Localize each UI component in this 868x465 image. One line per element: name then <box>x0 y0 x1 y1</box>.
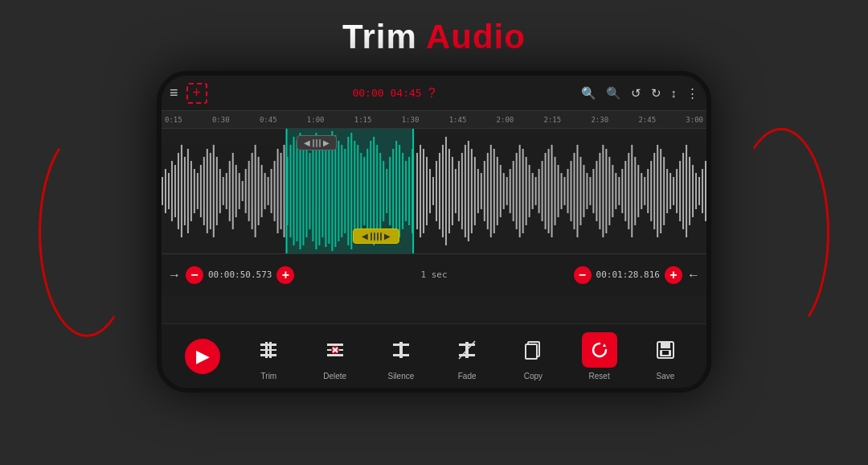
svg-rect-153 <box>647 169 649 213</box>
add-button[interactable]: + <box>186 83 207 104</box>
help-icon[interactable]: ? <box>428 86 436 101</box>
svg-rect-85 <box>429 169 431 213</box>
mark-8: 2:15 <box>544 116 562 124</box>
svg-rect-135 <box>589 177 591 205</box>
fade-label: Fade <box>458 372 477 381</box>
ruler-marks: 0:15 0:30 0:45 1:00 1:15 1:30 1:45 2:00 … <box>165 116 703 124</box>
svg-rect-94 <box>458 161 460 221</box>
svg-rect-111 <box>513 161 514 221</box>
svg-rect-169 <box>698 177 700 205</box>
svg-rect-3 <box>168 173 170 209</box>
waveform-canvas[interactable]: ◀ ▶ ◀ ▶ <box>162 129 706 253</box>
svg-rect-69 <box>376 145 378 237</box>
svg-rect-35 <box>271 169 272 213</box>
svg-rect-29 <box>252 153 253 229</box>
svg-rect-160 <box>669 173 671 209</box>
zoom-in-icon[interactable]: 🔍 <box>581 86 596 101</box>
svg-rect-91 <box>448 149 450 233</box>
plus-right-button[interactable]: + <box>665 266 682 284</box>
save-button[interactable]: Save <box>648 332 683 381</box>
svg-rect-8 <box>184 157 186 225</box>
svg-rect-150 <box>637 165 639 217</box>
undo-icon[interactable]: ↺ <box>631 86 641 101</box>
delete-button[interactable]: Delete <box>317 332 353 381</box>
menu-icon[interactable]: ≡ <box>170 84 178 101</box>
copy-icon <box>515 332 551 368</box>
silence-button[interactable]: Silence <box>383 332 419 381</box>
arrow-left-icon[interactable]: → <box>168 268 181 282</box>
svg-rect-9 <box>187 149 189 233</box>
svg-rect-194 <box>661 342 670 348</box>
svg-rect-144 <box>618 177 620 205</box>
mark-7: 2:00 <box>497 116 514 124</box>
svg-rect-25 <box>239 173 240 209</box>
svg-rect-5 <box>174 165 176 217</box>
more-icon[interactable]: ⋮ <box>686 86 698 101</box>
svg-rect-93 <box>455 169 457 213</box>
title-prefix: Trim <box>342 18 426 56</box>
svg-rect-10 <box>190 161 192 221</box>
svg-rect-173 <box>412 129 414 253</box>
page-title: Trim Audio <box>342 18 526 56</box>
svg-rect-125 <box>558 165 559 217</box>
svg-rect-72 <box>386 169 387 213</box>
svg-rect-74 <box>392 149 394 233</box>
time-right-stamp: 00:01:28.816 <box>596 270 660 280</box>
delete-icon <box>317 332 353 368</box>
reset-button[interactable]: Reset <box>582 332 617 381</box>
time-left-stamp: 00:00:50.573 <box>208 270 272 280</box>
svg-rect-158 <box>663 157 665 225</box>
svg-rect-63 <box>357 145 358 237</box>
bottom-controls: → − 00:00:50.573 + 1 sec − 00:01:28.816 … <box>162 253 706 295</box>
mark-2: 0:45 <box>260 116 277 124</box>
svg-rect-71 <box>383 161 384 221</box>
play-button[interactable]: ▶ <box>185 339 220 374</box>
handle-left-arrow: ◀ <box>304 138 310 147</box>
svg-rect-124 <box>555 157 556 225</box>
svg-rect-53 <box>325 135 326 247</box>
svg-rect-139 <box>602 145 604 237</box>
svg-rect-87 <box>436 161 437 221</box>
svg-rect-34 <box>268 177 269 205</box>
trim-button[interactable]: Trim <box>251 332 286 381</box>
svg-rect-70 <box>379 153 381 229</box>
title-suffix: Audio <box>426 18 526 56</box>
svg-rect-83 <box>423 149 424 233</box>
svg-rect-31 <box>258 157 260 225</box>
svg-rect-196 <box>662 351 669 355</box>
svg-rect-136 <box>592 169 594 213</box>
svg-rect-39 <box>284 145 285 237</box>
svg-rect-46 <box>302 137 304 245</box>
svg-rect-170 <box>702 169 703 213</box>
minus-left-button[interactable]: − <box>186 266 203 284</box>
svg-rect-24 <box>235 165 237 217</box>
zoom-out-icon[interactable]: 🔍 <box>606 86 621 101</box>
svg-rect-59 <box>344 149 346 233</box>
mark-6: 1:45 <box>449 116 467 124</box>
svg-rect-121 <box>545 153 547 229</box>
fade-button[interactable]: Fade <box>449 332 485 381</box>
svg-rect-22 <box>229 161 231 221</box>
svg-rect-36 <box>274 161 276 221</box>
svg-rect-140 <box>605 149 607 233</box>
time-left-display: 00:00 <box>352 87 383 99</box>
trim-handle-bottom[interactable]: ◀ ▶ <box>353 228 399 244</box>
svg-rect-44 <box>297 141 298 241</box>
minus-right-button[interactable]: − <box>574 266 592 284</box>
svg-rect-96 <box>465 145 466 237</box>
mark-11: 3:00 <box>686 116 703 124</box>
svg-rect-123 <box>551 145 553 237</box>
svg-rect-147 <box>628 153 629 229</box>
copy-button[interactable]: Copy <box>515 332 551 381</box>
svg-rect-145 <box>621 169 623 213</box>
copy-label: Copy <box>524 372 542 381</box>
plus-left-button[interactable]: + <box>276 266 294 284</box>
play-icon: ▶ <box>185 339 220 374</box>
sort-icon[interactable]: ↕ <box>671 86 678 100</box>
redo-icon[interactable]: ↻ <box>651 86 661 101</box>
svg-rect-76 <box>399 145 400 237</box>
svg-rect-56 <box>334 135 336 247</box>
arrow-right-icon[interactable]: ← <box>687 268 700 282</box>
svg-rect-155 <box>653 153 655 229</box>
trim-handle-top[interactable]: ◀ ▶ <box>297 135 337 150</box>
